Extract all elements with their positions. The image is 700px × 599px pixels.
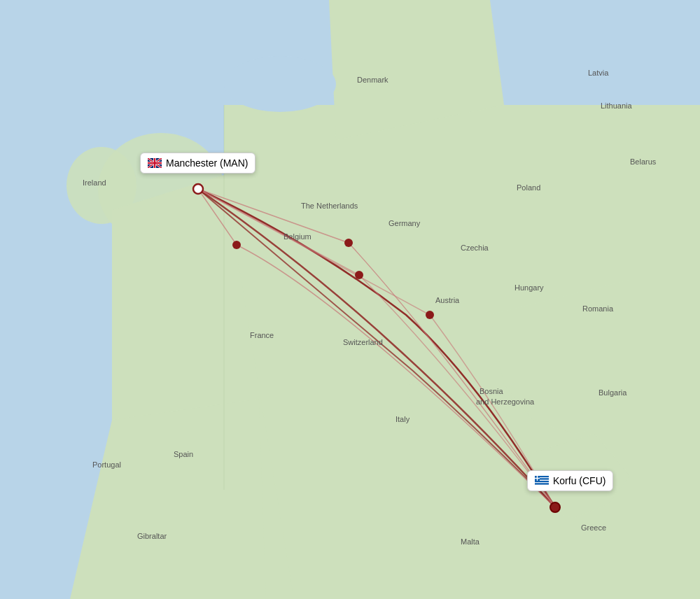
svg-text:Austria: Austria [435, 296, 460, 304]
svg-point-12 [550, 502, 560, 512]
map-svg: Latvia Lithuania Belarus Denmark Ireland… [0, 0, 700, 599]
svg-text:Greece: Greece [581, 523, 606, 532]
svg-point-9 [355, 271, 363, 279]
svg-rect-45 [535, 484, 549, 485]
svg-text:Portugal: Portugal [92, 460, 121, 469]
svg-text:Belarus: Belarus [630, 157, 657, 166]
svg-point-11 [193, 184, 203, 194]
svg-text:Czechia: Czechia [461, 244, 489, 252]
svg-rect-43 [535, 481, 549, 482]
svg-text:Germany: Germany [388, 219, 421, 227]
svg-text:Hungary: Hungary [514, 283, 544, 292]
svg-text:Spain: Spain [174, 450, 193, 458]
svg-text:Denmark: Denmark [357, 76, 388, 84]
svg-point-8 [344, 239, 353, 247]
svg-text:Belgium: Belgium [284, 232, 312, 241]
svg-text:Romania: Romania [582, 304, 614, 313]
korfu-label: Korfu (CFU) [527, 470, 613, 491]
svg-text:Poland: Poland [517, 183, 540, 192]
svg-text:Ireland: Ireland [83, 178, 106, 187]
svg-rect-49 [535, 478, 540, 479]
svg-text:Italy: Italy [396, 415, 410, 423]
svg-text:Latvia: Latvia [588, 69, 609, 77]
svg-text:Malta: Malta [461, 537, 480, 546]
manchester-label: Manchester (MAN) [140, 153, 255, 174]
svg-text:and Herzegovina: and Herzegovina [476, 397, 535, 406]
manchester-label-text: Manchester (MAN) [166, 157, 248, 169]
svg-text:Gibraltar: Gibraltar [137, 532, 167, 540]
svg-text:France: France [250, 331, 274, 339]
greece-flag-icon [535, 476, 549, 486]
svg-rect-46 [535, 485, 549, 486]
svg-text:The Netherlands: The Netherlands [301, 202, 358, 210]
korfu-label-text: Korfu (CFU) [553, 475, 606, 486]
svg-point-7 [232, 241, 241, 249]
map-container: Latvia Lithuania Belarus Denmark Ireland… [0, 0, 700, 599]
uk-flag-icon [148, 158, 162, 168]
svg-point-10 [426, 311, 434, 319]
svg-rect-44 [535, 482, 549, 483]
svg-point-5 [224, 56, 336, 112]
svg-text:Switzerland: Switzerland [343, 338, 383, 346]
svg-text:Bosnia: Bosnia [479, 387, 504, 395]
svg-text:Bulgaria: Bulgaria [598, 388, 627, 397]
svg-text:Lithuania: Lithuania [601, 101, 633, 110]
